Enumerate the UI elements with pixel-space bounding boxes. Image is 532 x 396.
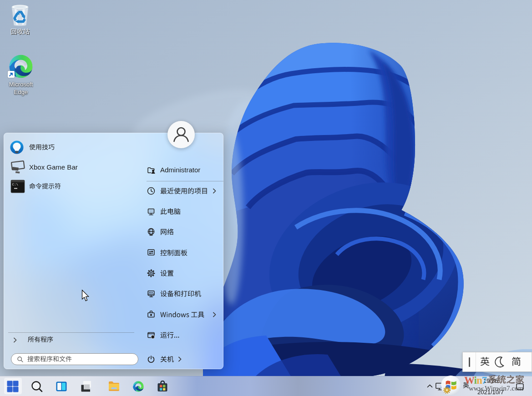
svg-text:C:\: C:\ — [12, 183, 19, 186]
